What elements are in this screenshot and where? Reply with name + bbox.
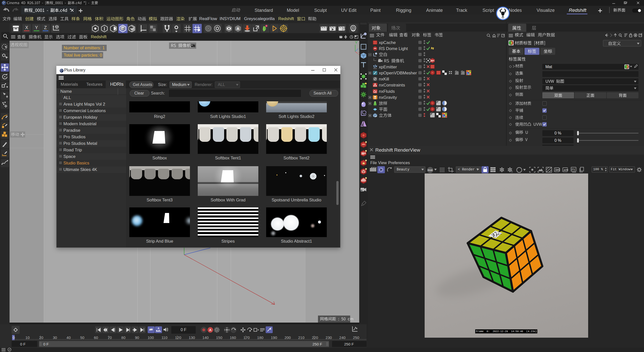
svg-text:A: A [209, 328, 212, 332]
svg-text:Y: Y [355, 40, 357, 45]
svg-text:A: A [158, 327, 159, 330]
svg-text:A: A [237, 26, 239, 31]
svg-text:RGB: RGB [428, 169, 433, 171]
svg-text:G: G [511, 170, 513, 172]
svg-text:PV: PV [572, 168, 575, 171]
svg-text:S1: S1 [361, 190, 363, 191]
